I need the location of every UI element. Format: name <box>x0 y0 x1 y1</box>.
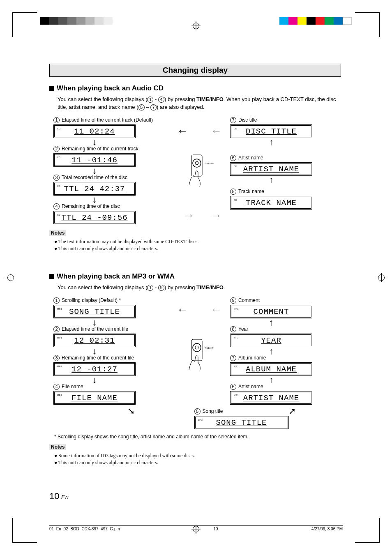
arrow-right-icon: → <box>183 209 194 222</box>
svg-rect-0 <box>191 155 202 176</box>
note-item: Some information of ID3 tags may not be … <box>54 453 341 459</box>
svg-point-5 <box>195 346 198 349</box>
notes-label: Notes <box>49 230 66 236</box>
color-bar <box>279 17 352 25</box>
label: File name <box>62 384 83 389</box>
notes-list: Some information of ID3 tags may not be … <box>54 453 341 466</box>
label: Disc title <box>238 117 257 123</box>
label: Scrolling display (Default) * <box>62 297 121 303</box>
display-box: MP3SONG TITLE <box>194 416 289 429</box>
footnote: * Scrolling display shows the song title… <box>54 434 341 440</box>
svg-point-1 <box>193 159 201 167</box>
arrow-down-icon: ↓ <box>53 320 136 325</box>
diagram-audio-cd: 1Elapsed time of the current track (Defa… <box>53 116 341 226</box>
registration-mark-icon <box>377 273 386 282</box>
crop-mark <box>355 12 380 37</box>
label: Remaining time of the current file <box>62 355 134 361</box>
display-box: MP3 12 02:31 <box>53 334 136 347</box>
label: Total recorded time of the disc <box>62 175 127 180</box>
intro-audio-cd: You can select the following displays (1… <box>58 96 341 111</box>
color-bar <box>40 17 113 25</box>
section-title: Changing display <box>49 64 341 77</box>
footer-slug: 01_En_02_BOD_CDX-397_497_G.pm 10 4/27/06… <box>49 525 343 531</box>
svg-point-4 <box>193 343 201 352</box>
remote-label: TIME/INFO <box>205 162 214 165</box>
label: Remaining time of the current track <box>62 146 138 152</box>
display-box: CDDISC TITLE <box>230 124 312 138</box>
display-box: CDARTIST NAME <box>230 162 312 176</box>
heading-text: When playing back an MP3 or WMA <box>57 272 175 280</box>
arrow-up-icon: ↑ <box>230 139 312 145</box>
notes-label: Notes <box>49 444 66 450</box>
registration-mark-icon <box>191 21 201 30</box>
note-item: The text information may not be displaye… <box>54 239 341 245</box>
arrow-down-icon: ↓ <box>53 139 136 145</box>
label: Song title <box>203 408 223 414</box>
arrow-left-icon: ← <box>210 124 222 138</box>
svg-rect-3 <box>191 339 202 361</box>
intro-mp3: You can select the following displays (1… <box>58 284 341 292</box>
display-box: CDTTL 24 42:37 <box>53 182 136 196</box>
remote-illustration: TIME/INFO <box>181 153 214 191</box>
arrow-up-right-icon: ➚ <box>288 406 296 417</box>
arrow-right-icon: → <box>210 209 222 222</box>
display-box: MP3COMMENT <box>230 305 312 318</box>
arrow-up-icon: ↑ <box>230 348 312 354</box>
notes-list: The text information may not be displaye… <box>54 239 341 252</box>
arrow-up-icon: ↑ <box>230 177 312 183</box>
crop-mark <box>12 518 37 543</box>
remote-illustration: TIME/INFO <box>181 338 214 376</box>
note-item: This unit can only shows alphanumeric ch… <box>54 460 341 466</box>
label: Year <box>238 326 248 332</box>
remote-label: TIME/INFO <box>205 347 214 349</box>
display-box: MP3FILE NAME <box>53 391 136 405</box>
display-box: CDTTL 24 -09:56 <box>53 211 136 224</box>
label: Album name <box>238 355 266 361</box>
arrow-up-icon: ↑ <box>230 377 312 383</box>
square-bullet-icon <box>49 274 54 279</box>
display-box: MP3ARTIST NAME <box>230 391 312 405</box>
label: Elapsed time of the current track (Defau… <box>62 117 153 123</box>
arrow-down-icon: ↓ <box>53 197 136 203</box>
arrow-up-icon: ↑ <box>230 320 312 325</box>
label: Artist name <box>238 384 263 389</box>
arrow-down-right-icon: ➘ <box>127 406 135 417</box>
arrow-down-icon: ↓ <box>53 348 136 354</box>
registration-mark-icon <box>6 273 15 282</box>
heading-mp3: When playing back an MP3 or WMA <box>49 272 341 281</box>
arrow-left-icon: ← <box>177 303 188 316</box>
display-box: MP3YEAR <box>230 334 312 347</box>
display-box: CD 11 -01:46 <box>53 153 136 167</box>
arrow-left-icon: ← <box>210 303 222 316</box>
arrow-down-icon: ↓ <box>53 377 136 383</box>
display-box: MP3 12 -01:27 <box>53 362 136 376</box>
label: Elapsed time of the current file <box>62 326 128 332</box>
display-box: MP3SONG TITLE <box>53 305 136 318</box>
page-content: Changing display When playing back an Au… <box>49 64 341 472</box>
label: Comment <box>238 297 260 303</box>
diagram-mp3: 1Scrolling display (Default) * MP3SONG T… <box>53 297 341 431</box>
arrow-left-icon: ← <box>177 124 188 138</box>
square-bullet-icon <box>49 86 54 91</box>
page-number: 10 En <box>49 491 69 502</box>
display-box: MP3ALBUM NAME <box>230 362 312 376</box>
display-box: CD 11 02:24 <box>53 124 136 138</box>
display-box: CDTRACK NAME <box>230 196 312 210</box>
heading-text: When playing back an Audio CD <box>57 84 164 92</box>
note-item: This unit can only shows alphanumeric ch… <box>54 246 341 252</box>
heading-audio-cd: When playing back an Audio CD <box>49 84 341 92</box>
svg-point-2 <box>195 161 198 165</box>
crop-mark <box>355 518 380 543</box>
label: Track name <box>238 189 264 194</box>
crop-mark <box>12 12 37 37</box>
arrow-down-icon: ↓ <box>53 168 136 174</box>
label: Artist name <box>238 155 263 161</box>
label: Remaining time of the disc <box>62 203 120 209</box>
